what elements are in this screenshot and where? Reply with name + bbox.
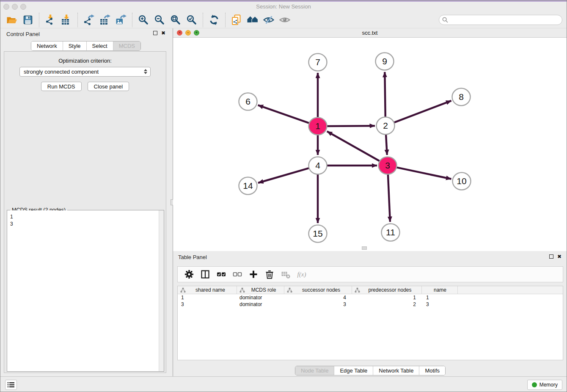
toolbar-separator (203, 13, 203, 27)
delete-column-button[interactable] (262, 268, 277, 281)
add-column-button[interactable] (246, 268, 261, 281)
zoom-fit-button[interactable] (168, 13, 184, 27)
result-scrollbar[interactable] (159, 210, 164, 371)
criterion-select[interactable]: strongly connected component (19, 67, 151, 77)
graph-node[interactable]: 15 (309, 225, 327, 243)
zoom-fit-icon (170, 14, 181, 25)
result-line: 1 (10, 213, 159, 221)
save-session-button[interactable] (20, 13, 36, 27)
node-table: shared nameMCDS rolesuccessor nodesprede… (177, 286, 563, 360)
export-table-icon (99, 14, 110, 25)
table-cell: 3 (284, 301, 352, 307)
import-table-button[interactable] (58, 13, 74, 27)
table-panel: Table Panel ✖ f(x) shared nameMCDS roles… (173, 251, 567, 376)
tab-select[interactable]: Select (86, 41, 113, 50)
search-input[interactable] (439, 15, 562, 25)
table-cell: 3 (178, 301, 237, 307)
svg-text:8: 8 (459, 92, 464, 102)
mcds-panel: Optimization criterion: strongly connect… (4, 51, 166, 373)
mcds-result-list: 13 (7, 210, 159, 371)
graph-node[interactable]: 7 (309, 54, 327, 71)
select-all-button[interactable] (214, 268, 228, 281)
svg-text:15: 15 (313, 229, 322, 238)
maximize-view-icon[interactable]: + (194, 30, 199, 36)
search-field (439, 15, 562, 25)
tab-mcds[interactable]: MCDS (113, 41, 140, 50)
show-detail-icon (279, 14, 290, 25)
float-table-panel-icon[interactable] (549, 254, 553, 259)
column-header-shared-name[interactable]: shared name (178, 286, 237, 294)
tab-network-table[interactable]: Network Table (373, 366, 419, 375)
status-bar: Memory (0, 376, 567, 392)
tab-style[interactable]: Style (63, 41, 86, 50)
deselect-all-button[interactable] (230, 268, 245, 281)
svg-text:1: 1 (315, 121, 320, 131)
network-graph: 7968124314101511 (173, 38, 567, 251)
import-network-icon (45, 14, 56, 25)
show-detail-button[interactable] (277, 13, 293, 27)
clone-network-button[interactable] (228, 13, 245, 27)
graph-node[interactable]: 6 (239, 93, 257, 110)
graph-node[interactable]: 4 (309, 157, 327, 174)
home-button[interactable] (245, 13, 261, 27)
graph-node[interactable]: 3 (379, 157, 397, 174)
column-header-predecessor-nodes[interactable]: predecessor nodes (352, 286, 422, 294)
export-image-button[interactable] (113, 13, 129, 27)
tab-motifs[interactable]: Motifs (419, 366, 445, 375)
tab-node-table[interactable]: Node Table (295, 366, 334, 375)
svg-text:2: 2 (383, 121, 388, 130)
table-panel-header: Table Panel ✖ (173, 251, 567, 263)
tab-network[interactable]: Network (31, 41, 63, 50)
zoom-out-button[interactable] (151, 13, 168, 27)
close-view-icon[interactable]: ✕ (177, 30, 182, 36)
table-row[interactable]: 3dominator323 (178, 301, 563, 308)
settings-gear-button[interactable] (182, 268, 196, 281)
close-table-panel-icon[interactable]: ✖ (557, 254, 561, 259)
export-network-button[interactable] (81, 13, 97, 27)
hide-detail-icon (263, 14, 274, 25)
zoom-in-button[interactable] (135, 13, 151, 27)
open-session-icon (6, 14, 17, 25)
column-header-successor-nodes[interactable]: successor nodes (284, 286, 352, 294)
graph-edge (327, 131, 381, 161)
open-session-button[interactable] (4, 13, 20, 27)
column-header-name[interactable]: name (422, 286, 458, 294)
table-cell: 2 (352, 301, 422, 307)
minimize-view-icon[interactable]: − (185, 30, 191, 36)
export-table-button[interactable] (97, 13, 113, 27)
graph-node[interactable]: 1 (309, 118, 327, 135)
control-panel-tabs: NetworkStyleSelectMCDS (31, 41, 141, 51)
graph-edge (396, 167, 451, 179)
mcds-result-box: MCDS result (2 nodes) 13 (7, 210, 164, 372)
column-layout-button[interactable] (198, 268, 212, 281)
tab-edge-table[interactable]: Edge Table (334, 366, 373, 375)
memory-button[interactable]: Memory (527, 380, 562, 390)
graph-node[interactable]: 9 (376, 53, 394, 70)
graph-node[interactable]: 11 (382, 224, 400, 241)
svg-text:7: 7 (315, 57, 320, 67)
graph-node[interactable]: 14 (239, 177, 257, 195)
hide-detail-button[interactable] (261, 13, 277, 27)
horizontal-splitter-grip[interactable] (362, 246, 367, 250)
result-line: 3 (10, 221, 159, 228)
table-cell: dominator (237, 295, 284, 301)
graph-node[interactable]: 2 (377, 117, 395, 135)
refresh-button[interactable] (206, 13, 222, 27)
graph-edge (393, 101, 451, 123)
close-panel-icon[interactable]: ✖ (161, 31, 165, 35)
table-row[interactable]: 1dominator411 (178, 294, 563, 301)
network-canvas[interactable]: 7968124314101511 (173, 38, 567, 251)
import-network-button[interactable] (42, 13, 58, 27)
close-panel-button[interactable]: Close panel (88, 82, 129, 91)
table-cell: 4 (284, 295, 352, 301)
graph-node[interactable]: 8 (452, 88, 471, 106)
zoom-selected-button[interactable] (184, 13, 200, 27)
task-history-button[interactable] (5, 380, 17, 390)
table-toolbar: f(x) (177, 266, 563, 282)
graph-edge (385, 72, 385, 118)
svg-text:14: 14 (243, 181, 253, 190)
float-panel-icon[interactable] (153, 31, 157, 35)
column-header-mcds-role[interactable]: MCDS role (237, 286, 284, 294)
graph-node[interactable]: 10 (453, 173, 471, 190)
run-mcds-button[interactable]: Run MCDS (41, 82, 82, 91)
